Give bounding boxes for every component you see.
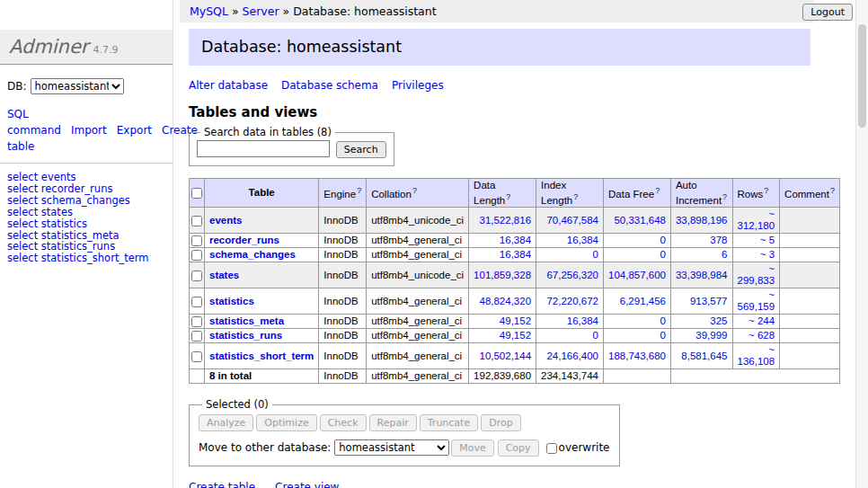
data-length-link[interactable]: 48,824,320 [479,296,531,306]
rows-count-link[interactable]: ~ 3 [760,249,775,260]
auto-increment-link[interactable]: 378 [710,235,727,245]
auto-increment-link[interactable]: 39,999 [695,330,727,341]
data-free-link[interactable]: 6,291,456 [620,296,666,306]
auto-increment-link[interactable]: 33,398,984 [676,270,728,280]
table-name-link[interactable]: schema_changes [209,249,296,260]
rows-count-link[interactable]: ~ 628 [748,330,775,341]
auto-increment-link[interactable]: 325 [710,315,727,326]
help-link[interactable]: ? [412,186,417,195]
row-checkbox[interactable] [191,235,202,246]
rows-count-link[interactable]: ~ 312,180 [738,209,775,231]
help-link[interactable]: ? [655,186,660,195]
privileges-link[interactable]: Privileges [392,79,444,92]
analyze-button[interactable]: Analyze [199,414,253,431]
sidebar-select-recorder-runs-link[interactable]: select recorder_runs [7,183,173,195]
import-link[interactable]: Import [71,124,107,137]
data-length-link[interactable]: 16,384 [500,235,531,245]
row-checkbox[interactable] [191,316,202,327]
scrollbar-thumb[interactable] [858,24,866,128]
table-name-link[interactable]: statistics_meta [209,315,284,326]
data-length-link[interactable]: 101,859,328 [474,270,531,280]
collation-cell: utf8mb4_unicode_ci [367,208,469,234]
row-checkbox[interactable] [191,250,202,261]
search-button[interactable]: Search [336,141,386,158]
sidebar-select-events-link[interactable]: select events [7,172,173,183]
rows-count-link[interactable]: ~ 299,833 [738,263,775,286]
help-link[interactable]: ? [357,186,361,195]
table-name-link[interactable]: statistics [209,296,254,306]
data-free-link[interactable]: 50,331,648 [614,215,666,226]
sidebar-select-statistics-short-term-link[interactable]: select statistics_short_term [7,253,173,264]
data-length-link[interactable]: 49,152 [500,315,531,326]
copy-button[interactable]: Copy [498,439,539,457]
auto-increment-link[interactable]: 8,581,645 [681,350,727,361]
data-length-link[interactable]: 16,384 [500,249,531,260]
sidebar-select-states-link[interactable]: select states [7,207,173,218]
table-name-link[interactable]: recorder_runs [209,235,279,245]
data-free-link[interactable]: 0 [660,330,666,341]
data-free-link[interactable]: 0 [660,249,666,260]
export-link[interactable]: Export [117,124,152,137]
index-length-link[interactable]: 24,166,400 [546,350,598,361]
index-length-link[interactable]: 72,220,672 [546,296,598,306]
index-length-link[interactable]: 0 [593,249,598,260]
search-input[interactable] [197,140,330,157]
index-length-link[interactable]: 16,384 [567,315,598,326]
help-link[interactable]: ? [764,186,768,195]
breadcrumb-server-link[interactable]: Server [243,4,279,18]
create-view-link[interactable]: Create view [275,481,339,488]
index-length-link[interactable]: 70,467,584 [546,215,598,226]
index-length-link[interactable]: 0 [593,330,598,341]
table-name-link[interactable]: states [209,270,239,280]
row-checkbox[interactable] [191,271,202,281]
rows-count-link[interactable]: ~ 569,159 [738,289,775,312]
truncate-button[interactable]: Truncate [420,414,478,431]
database-schema-link[interactable]: Database schema [281,79,378,92]
row-checkbox[interactable] [191,216,202,226]
data-length-link[interactable]: 49,152 [500,330,531,341]
create-table-bottom-link[interactable]: Create table [189,481,255,488]
row-checkbox[interactable] [191,351,202,362]
select-all-checkbox[interactable] [191,188,202,199]
data-free-link[interactable]: 188,743,680 [608,350,666,361]
rows-count-link[interactable]: ~ 136,108 [738,344,775,367]
auto-increment-link[interactable]: 6 [722,249,727,260]
db-select[interactable]: homeassistant [31,78,124,94]
adminer-logo[interactable]: Adminer [9,36,88,58]
vertical-scrollbar[interactable] [855,0,868,488]
check-button[interactable]: Check [320,414,367,431]
optimize-button[interactable]: Optimize [256,414,316,431]
auto-increment-link[interactable]: 33,898,196 [676,215,728,226]
checkbox-cell [190,343,205,369]
help-link[interactable]: ? [722,192,727,201]
data-free-link[interactable]: 0 [660,315,666,326]
help-link[interactable]: ? [573,192,578,201]
help-link[interactable]: ? [506,192,510,201]
move-button[interactable]: Move [451,439,494,457]
row-checkbox[interactable] [191,331,202,342]
table-name-link[interactable]: statistics_short_term [209,350,314,361]
row-checkbox[interactable] [191,297,202,307]
logout-button[interactable]: Logout [802,4,853,21]
rows-count-link[interactable]: ~ 244 [748,315,775,326]
data-length-link[interactable]: 31,522,816 [479,215,531,226]
table-name-link[interactable]: events [209,215,242,226]
alter-database-link[interactable]: Alter database [189,79,268,92]
rows-count-link[interactable]: ~ 5 [760,235,775,245]
help-link[interactable]: ? [830,186,835,195]
table-name-link[interactable]: statistics_runs [209,330,282,341]
breadcrumb-mysql-link[interactable]: MySQL [190,4,228,18]
repair-button[interactable]: Repair [369,414,417,431]
data-free-link[interactable]: 104,857,600 [608,270,666,280]
auto-increment-link[interactable]: 913,577 [690,296,728,306]
sidebar-select-statistics-link[interactable]: select statistics [7,218,173,230]
overwrite-checkbox[interactable] [546,443,557,454]
sql-command-link[interactable]: SQL command [7,108,61,137]
sidebar-select-schema-changes-link[interactable]: select schema_changes [7,195,173,207]
index-length-link[interactable]: 16,384 [567,235,598,245]
drop-button[interactable]: Drop [481,414,520,431]
move-db-select[interactable]: homeassistant [334,439,449,456]
data-free-link[interactable]: 0 [660,235,666,245]
data-length-link[interactable]: 10,502,144 [479,350,531,361]
index-length-link[interactable]: 67,256,320 [546,270,598,280]
